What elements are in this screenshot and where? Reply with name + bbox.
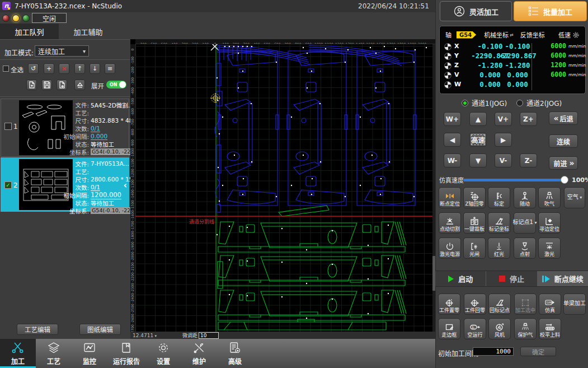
ruler-tick: -300 bbox=[130, 76, 135, 86]
edge-seek-button[interactable]: 寻边定位 bbox=[538, 212, 561, 234]
swap-icon[interactable]: ⇄ bbox=[510, 32, 514, 38]
breakpoint-locate-button[interactable]: 断点定位 bbox=[439, 187, 461, 208]
jog-y-minus-button[interactable]: ▼ bbox=[469, 153, 487, 167]
jog-z-minus-button[interactable]: Z- bbox=[520, 153, 537, 167]
calibrate-button[interactable]: 标定 bbox=[488, 187, 510, 208]
plus-icon: + bbox=[46, 65, 51, 72]
start-button[interactable]: 启动 bbox=[435, 271, 486, 286]
button-label: 空运行 bbox=[467, 332, 482, 338]
z-home-icon bbox=[470, 192, 479, 201]
mark-coordinate-button[interactable]: 标记坐标 bbox=[488, 212, 510, 234]
stop-button[interactable]: 停止 bbox=[486, 271, 537, 286]
initial-interval-input[interactable] bbox=[473, 347, 514, 356]
fine-tune-input[interactable] bbox=[199, 332, 219, 339]
run-lamp-green bbox=[22, 15, 30, 22]
export-file-button[interactable] bbox=[57, 80, 67, 90]
follow-button[interactable]: 随动 bbox=[514, 187, 536, 208]
item-checkbox[interactable] bbox=[4, 181, 12, 189]
move-up-button[interactable]: ↑ bbox=[74, 63, 85, 74]
gear-icon[interactable] bbox=[572, 31, 580, 39]
open-file-button[interactable] bbox=[26, 80, 37, 90]
mark-point-select-button[interactable]: 标记点1 bbox=[514, 212, 536, 234]
expand-toggle[interactable]: ON bbox=[106, 81, 126, 88]
scale-indicator[interactable]: 12.4711 bbox=[133, 333, 157, 338]
shutter-button[interactable]: 光闸 bbox=[463, 237, 486, 259]
add-file-button[interactable]: + bbox=[44, 63, 54, 74]
process-edit-button[interactable]: 工艺编辑 bbox=[17, 324, 58, 335]
spot-shot-button[interactable]: 点射 bbox=[514, 237, 536, 259]
laser-power-button[interactable]: 激光电源 bbox=[439, 237, 461, 259]
queue-item-1[interactable]: 1 文件:5A45-2D微割... 工艺: 尺寸:4832.883 * 4843… bbox=[1, 99, 129, 157]
ruler-tick: -900 bbox=[130, 138, 135, 148]
confirm-button[interactable]: 确定 bbox=[520, 347, 556, 356]
one-key-cut-board-button[interactable]: 一键裁板 bbox=[463, 212, 486, 234]
ruler-tick: -100 bbox=[130, 55, 135, 66]
jog-w-plus-button[interactable]: W+ bbox=[444, 112, 461, 126]
single-beam-button[interactable]: 单梁加工 bbox=[563, 294, 586, 315]
jog-x-plus-button[interactable]: ▶ bbox=[495, 133, 512, 147]
gas-select-button[interactable]: 空气 bbox=[564, 187, 585, 208]
channel2-radio[interactable]: 通道2(JOG) bbox=[516, 98, 562, 108]
z-axis-home-button[interactable]: Z轴回零 bbox=[463, 187, 486, 208]
workpiece-zero-button[interactable]: 工件置零 bbox=[438, 294, 460, 315]
jog-cut-button[interactable]: 点动切割 bbox=[439, 212, 461, 234]
blow-air-button[interactable]: 吹气 bbox=[538, 187, 561, 208]
delete-file-button[interactable]: × bbox=[59, 63, 69, 74]
select-all-checkbox[interactable] bbox=[3, 66, 9, 72]
history-button[interactable]: ↺ bbox=[28, 63, 39, 74]
history-icon: ↺ bbox=[31, 65, 36, 72]
toolbar-item-settings[interactable]: 设置 bbox=[145, 339, 181, 368]
forward-button[interactable]: 前进» bbox=[549, 156, 578, 170]
queue-item-2[interactable]: 2 ‹ 文件:7-HY0513A... 工艺: 尺寸:2800.600 * 15… bbox=[1, 157, 129, 212]
simulate-button[interactable]: SIM 仿真 bbox=[539, 294, 561, 315]
batch-machining-icon bbox=[528, 6, 539, 17]
trace-frame-button[interactable]: 走边框 bbox=[438, 318, 460, 339]
toolbar-item-maintenance[interactable]: 维护 bbox=[181, 339, 217, 368]
jog-y-plus-button[interactable]: ▲ bbox=[469, 112, 487, 126]
count-value[interactable]: 0/1 bbox=[91, 184, 100, 191]
interval-value[interactable]: 1200.000 bbox=[91, 191, 121, 199]
toolbar-item-process[interactable]: 工艺 bbox=[36, 339, 72, 368]
toolbar-item-monitor[interactable]: 监控 bbox=[72, 339, 107, 368]
axis-z-icon bbox=[444, 62, 451, 69]
settings-gear-icon bbox=[156, 341, 171, 355]
jog-fast-button[interactable]: 高速 bbox=[469, 133, 487, 147]
tab-flexible-machining[interactable]: 灵活加工 bbox=[440, 1, 512, 21]
channel1-radio[interactable]: 通道1(JOG) bbox=[462, 98, 507, 108]
backward-button[interactable]: «后退 bbox=[549, 111, 578, 125]
shield-gas-button[interactable]: 保护气 bbox=[514, 318, 537, 339]
sort-list-button[interactable]: ≡ bbox=[105, 63, 115, 74]
toolbar-item-run-report[interactable]: 运行报告 bbox=[107, 339, 145, 368]
goto-mark-point-button[interactable]: 回标记点 bbox=[488, 294, 511, 315]
fan-button[interactable]: 风机 bbox=[488, 318, 511, 339]
jog-v-plus-button[interactable]: V+ bbox=[495, 112, 512, 126]
level-feed-button[interactable]: 校平上料 bbox=[539, 318, 561, 339]
tab-machining-assist[interactable]: 加工辅助 bbox=[59, 24, 117, 39]
sim-speed-slider-track[interactable] bbox=[463, 179, 566, 181]
drawing-canvas[interactable]: -700-600-500-400-300-200-100010020030040… bbox=[130, 39, 435, 332]
wcs-badge[interactable]: G54 bbox=[457, 31, 476, 39]
toolbar-item-advanced[interactable]: 高级 bbox=[217, 339, 253, 368]
continuous-button[interactable]: 连续 bbox=[549, 134, 578, 148]
jog-x-minus-button[interactable]: ◀ bbox=[444, 133, 461, 147]
interval-value[interactable]: 0.000 bbox=[91, 133, 107, 140]
tab-machining-queue[interactable]: 加工队列 bbox=[0, 24, 59, 39]
sim-speed-slider-knob[interactable] bbox=[561, 176, 568, 184]
jog-z-plus-button[interactable]: Z+ bbox=[520, 112, 537, 126]
red-light-button[interactable]: 红光 bbox=[488, 237, 510, 259]
item-checkbox[interactable] bbox=[4, 123, 12, 130]
move-down-button[interactable]: ↓ bbox=[90, 63, 100, 74]
dry-run-button[interactable]: JL 空运行 bbox=[464, 318, 486, 339]
save-file-button[interactable] bbox=[41, 80, 52, 90]
jog-v-minus-button[interactable]: V- bbox=[495, 153, 512, 167]
machining-mode-select[interactable]: 连续加工 bbox=[35, 45, 89, 57]
jog-w-minus-button[interactable]: W- bbox=[444, 153, 461, 167]
eject-button[interactable] bbox=[74, 80, 85, 90]
workpiece-home-button[interactable]: 工件回零 bbox=[464, 294, 486, 315]
count-value[interactable]: 0/1 bbox=[91, 125, 100, 132]
toolbar-item-machining[interactable]: 加工 bbox=[0, 339, 36, 368]
tab-batch-machining[interactable]: 批量加工 bbox=[514, 1, 587, 21]
breakpoint-resume-button[interactable]: 断点继续 bbox=[538, 271, 588, 286]
laser-button[interactable]: 激光 bbox=[538, 237, 561, 259]
drawing-edit-button[interactable]: 图纸编辑 bbox=[79, 324, 121, 335]
